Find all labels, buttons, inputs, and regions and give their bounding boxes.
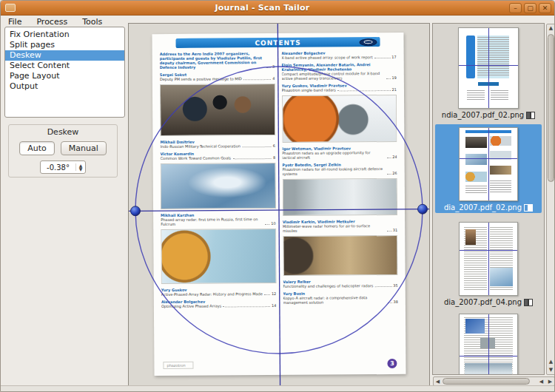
- close-button[interactable]: ✕: [539, 3, 551, 13]
- vertical-scrollbar[interactable]: ▲ ▲ ▼: [546, 24, 555, 375]
- deskew-panel-title: Deskew: [9, 127, 117, 137]
- stage-item-split-pages[interactable]: Split pages: [5, 40, 124, 50]
- stage-item-fix-orientation[interactable]: Fix Orientation: [5, 30, 124, 40]
- deskew-panel: Deskew Auto Manual -0.38° ▲ ▼: [8, 124, 118, 178]
- thumbnail-page-preview[interactable]: [459, 127, 518, 201]
- thumbnail-item-2[interactable]: dia_2007.pdf_02.png: [435, 124, 542, 213]
- window-menu-icon[interactable]: [5, 4, 16, 12]
- auto-button[interactable]: Auto: [19, 141, 55, 155]
- thumbnail-panel: ndia_2007.pdf_02.png dia_2007.pdf_02.png…: [432, 23, 555, 386]
- app-window: Journal - Scan Tailor – ▢ ✕ FileProcessT…: [0, 0, 555, 392]
- preview-canvas[interactable]: CONTENTS Address to the Aero India 2007 …: [128, 23, 430, 386]
- thumbnail-item-3[interactable]: dia_2007.pdf_04.png: [435, 219, 542, 308]
- stage-item-select-content[interactable]: Select Content: [5, 61, 124, 71]
- left-rotation-handle[interactable]: [130, 206, 140, 216]
- window-bottom-edge: [1, 385, 554, 391]
- vertical-deskew-line[interactable]: [278, 24, 280, 386]
- scroll-down-icon[interactable]: ▼: [547, 366, 555, 374]
- page-side-icon: [524, 204, 533, 212]
- menu-tools[interactable]: Tools: [81, 17, 104, 27]
- angle-spinbox[interactable]: -0.38° ▲ ▼: [40, 160, 86, 174]
- stage-item-deskew[interactable]: Deskew: [5, 50, 124, 61]
- thumbnail-item-4[interactable]: [435, 311, 542, 375]
- manual-button[interactable]: Manual: [61, 141, 107, 155]
- scroll-up-icon[interactable]: ▲: [547, 24, 555, 33]
- thumbnail-caption: dia_2007.pdf_04.png: [435, 297, 542, 308]
- stage-item-output[interactable]: Output: [5, 81, 124, 92]
- thumbnail-page-preview[interactable]: [459, 314, 518, 375]
- menu-file[interactable]: File: [7, 17, 23, 27]
- menu-process[interactable]: Process: [35, 17, 69, 27]
- scroll-left2-icon[interactable]: ◀: [537, 377, 545, 385]
- scroll-up2-icon[interactable]: ▲: [547, 358, 555, 366]
- stage-item-page-layout[interactable]: Page Layout: [5, 71, 124, 81]
- thumbnail-list[interactable]: ndia_2007.pdf_02.png dia_2007.pdf_02.png…: [432, 23, 545, 375]
- horizontal-scrollbar-thumb[interactable]: [443, 378, 530, 385]
- thumbnail-caption: ndia_2007.pdf_02.png: [435, 109, 542, 121]
- spin-down-icon[interactable]: ▼: [79, 167, 83, 171]
- page-side-icon: [524, 299, 533, 306]
- titlebar[interactable]: Journal - Scan Tailor – ▢ ✕: [1, 1, 554, 16]
- scroll-right-icon[interactable]: ▶: [546, 377, 554, 385]
- thumbnail-item-1[interactable]: ndia_2007.pdf_02.png: [435, 24, 542, 121]
- thumbnail-caption: dia_2007.pdf_02.png: [435, 202, 542, 213]
- spinner-arrows[interactable]: ▲ ▼: [75, 163, 85, 171]
- right-rotation-handle[interactable]: [417, 204, 427, 214]
- thumbnail-page-preview[interactable]: [459, 222, 518, 296]
- deskew-overlay: [129, 24, 430, 386]
- minimize-button[interactable]: –: [509, 3, 522, 13]
- maximize-button[interactable]: ▢: [524, 3, 536, 13]
- page-side-icon: [526, 112, 535, 119]
- vertical-scrollbar-thumb[interactable]: [548, 34, 554, 182]
- stage-list: Fix OrientationSplit pagesDeskewSelect C…: [4, 27, 125, 118]
- angle-value: -0.38°: [41, 163, 75, 172]
- scroll-left-icon[interactable]: ◀: [434, 377, 442, 385]
- window-title: Journal - Scan Tailor: [16, 3, 509, 13]
- thumbnail-page-preview[interactable]: [458, 27, 519, 109]
